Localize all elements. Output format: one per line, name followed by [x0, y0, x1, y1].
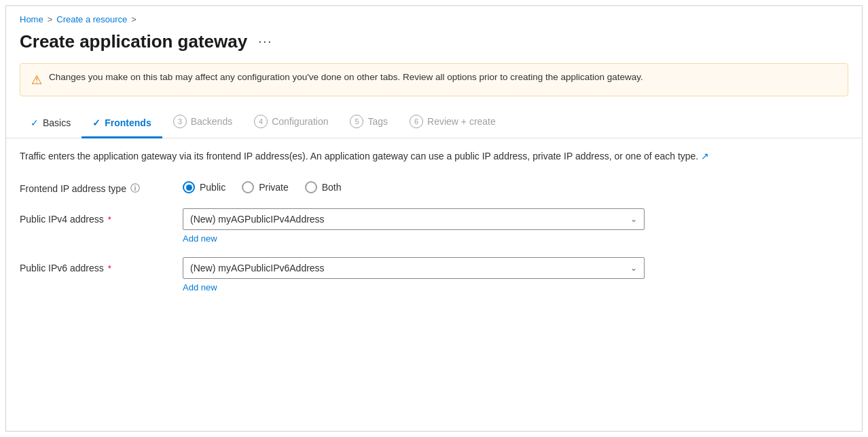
public-ipv6-label: Public IPv6 address *	[20, 257, 169, 273]
basics-check-icon: ✓	[31, 117, 39, 128]
public-ipv4-row: Public IPv4 address * (New) myAGPublicIP…	[20, 208, 848, 244]
public-ipv4-control: (New) myAGPublicIPv4Address ⌄ Add new	[183, 208, 848, 244]
tags-num-icon: 5	[350, 115, 363, 128]
tab-frontends[interactable]: ✓ Frontends	[82, 111, 162, 138]
radio-public[interactable]: Public	[183, 181, 225, 193]
public-ipv4-dropdown-wrapper: (New) myAGPublicIPv4Address ⌄	[183, 208, 848, 230]
review-num-icon: 6	[410, 115, 423, 128]
tab-basics[interactable]: ✓ Basics	[20, 111, 82, 138]
public-ipv4-label: Public IPv4 address *	[20, 208, 169, 225]
external-link-icon: ↗	[701, 151, 709, 162]
public-ipv6-arrow-icon: ⌄	[630, 263, 637, 273]
warning-banner: ⚠ Changes you make on this tab may affec…	[20, 63, 848, 96]
breadcrumb-create-resource[interactable]: Create a resource	[56, 14, 127, 24]
tab-backends[interactable]: 3 Backends	[162, 108, 243, 138]
radio-both-label: Both	[322, 182, 342, 193]
main-container: Home > Create a resource > Create applic…	[5, 5, 863, 432]
frontend-ip-label-text: Frontend IP address type	[20, 183, 126, 194]
public-ipv4-label-text: Public IPv4 address	[20, 214, 104, 225]
content-area: Traffic enters the application gateway v…	[6, 149, 862, 320]
public-ipv6-control: (New) myAGPublicIPv6Address ⌄ Add new	[183, 257, 848, 292]
warning-icon: ⚠	[31, 73, 42, 88]
more-options-button[interactable]: ···	[254, 33, 276, 50]
public-ipv6-value: (New) myAGPublicIPv6Address	[190, 263, 325, 273]
public-ipv4-arrow-icon: ⌄	[630, 214, 637, 224]
form-section: Frontend IP address type ⓘ Public Privat…	[20, 177, 848, 292]
tab-review[interactable]: 6 Review + create	[399, 108, 507, 138]
public-ipv4-required: *	[108, 214, 111, 225]
backends-num-icon: 3	[173, 115, 187, 128]
description-link[interactable]: ↗	[701, 151, 709, 162]
tab-configuration[interactable]: 4 Configuration	[243, 108, 339, 138]
radio-both[interactable]: Both	[305, 181, 342, 193]
tab-tags[interactable]: 5 Tags	[339, 108, 399, 138]
frontend-ip-row: Frontend IP address type ⓘ Public Privat…	[20, 177, 848, 195]
public-ipv6-dropdown[interactable]: (New) myAGPublicIPv6Address ⌄	[183, 257, 645, 279]
breadcrumb-home[interactable]: Home	[20, 14, 43, 24]
radio-private[interactable]: Private	[242, 181, 289, 193]
public-ipv6-row: Public IPv6 address * (New) myAGPublicIP…	[20, 257, 848, 292]
frontend-ip-control: Public Private Both	[183, 177, 848, 193]
public-ipv4-add-new[interactable]: Add new	[183, 233, 217, 244]
radio-private-circle	[242, 181, 254, 193]
tab-review-label: Review + create	[427, 116, 496, 127]
radio-both-circle	[305, 181, 317, 193]
radio-public-label: Public	[200, 182, 225, 193]
public-ipv6-required: *	[108, 263, 111, 273]
breadcrumb-sep1: >	[48, 14, 53, 24]
tab-backends-label: Backends	[191, 116, 232, 127]
warning-message: Changes you make on this tab may affect …	[49, 72, 643, 82]
frontend-ip-info-icon[interactable]: ⓘ	[130, 183, 140, 195]
page-title: Create application gateway	[20, 31, 247, 52]
breadcrumb-sep2: >	[131, 14, 137, 24]
frontend-ip-label: Frontend IP address type ⓘ	[20, 177, 169, 195]
tab-frontends-label: Frontends	[105, 117, 151, 128]
radio-private-label: Private	[259, 182, 289, 193]
tab-basics-label: Basics	[43, 117, 71, 128]
frontend-ip-radio-group: Public Private Both	[183, 177, 848, 193]
tabs-row: ✓ Basics ✓ Frontends 3 Backends 4 Config…	[6, 107, 862, 138]
public-ipv6-dropdown-wrapper: (New) myAGPublicIPv6Address ⌄	[183, 257, 848, 279]
tab-tags-label: Tags	[367, 116, 388, 127]
breadcrumb: Home > Create a resource >	[6, 6, 862, 28]
public-ipv6-add-new[interactable]: Add new	[183, 282, 217, 292]
public-ipv6-label-text: Public IPv6 address	[20, 263, 104, 273]
radio-public-circle	[183, 181, 195, 193]
public-ipv4-value: (New) myAGPublicIPv4Address	[190, 214, 325, 225]
tab-configuration-label: Configuration	[272, 116, 328, 127]
frontends-check-icon: ✓	[92, 117, 101, 128]
public-ipv4-dropdown[interactable]: (New) myAGPublicIPv4Address ⌄	[183, 208, 645, 230]
page-title-row: Create application gateway ···	[6, 28, 862, 63]
description-text: Traffic enters the application gateway v…	[20, 149, 848, 164]
configuration-num-icon: 4	[254, 115, 268, 128]
